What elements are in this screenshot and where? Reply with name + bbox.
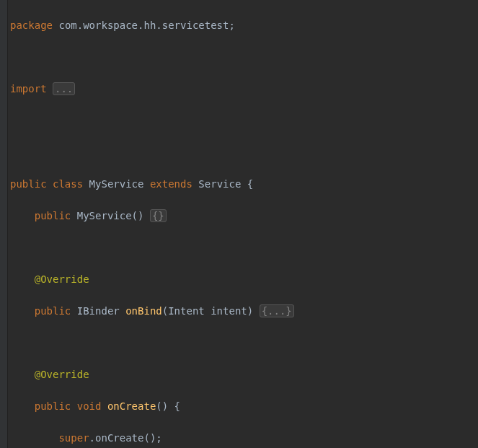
code-area[interactable]: package com.workspace.hh.servicetest; im… <box>0 0 478 448</box>
line-package: package com.workspace.hh.servicetest; <box>10 17 478 33</box>
blank-line <box>10 240 478 255</box>
keyword-void: void <box>77 400 102 412</box>
import-fold[interactable]: ... <box>53 82 75 95</box>
method-oncreate: onCreate <box>107 400 156 412</box>
semicolon: ; <box>229 19 234 31</box>
line-class-decl: public class MyService extends Service { <box>10 176 478 192</box>
ctor-name: MyService <box>77 210 132 221</box>
annotation-override: @Override <box>35 273 89 285</box>
package-name: com.workspace.hh.servicetest <box>58 19 229 31</box>
super-class: Service <box>198 178 241 190</box>
annotation-override: @Override <box>35 369 89 380</box>
keyword-public: public <box>10 178 47 190</box>
keyword-package: package <box>10 19 53 31</box>
line-oncreate-super: super.onCreate(); <box>10 430 478 446</box>
oncreate-parens: () { <box>156 400 180 412</box>
blank-line <box>10 113 478 128</box>
code-editor[interactable]: package com.workspace.hh.servicetest; im… <box>0 0 478 448</box>
method-onbind: onBind <box>125 305 162 317</box>
keyword-public: public <box>35 305 71 317</box>
gutter <box>0 0 8 448</box>
ctor-fold[interactable]: {} <box>150 209 167 222</box>
return-type: IBinder <box>77 305 120 317</box>
onbind-params: (Intent intent) <box>162 305 253 317</box>
line-import: import ... <box>10 81 478 97</box>
keyword-import: import <box>10 83 47 95</box>
line-ctor: public MyService() {} <box>10 208 478 224</box>
ctor-parens: () <box>132 210 144 221</box>
blank-line <box>10 49 478 65</box>
blank-line <box>10 335 478 351</box>
keyword-class: class <box>53 178 83 190</box>
brace: { <box>247 178 253 190</box>
keyword-super: super <box>58 432 89 444</box>
line-oncreate-decl: public void onCreate() { <box>10 398 478 414</box>
line-anno-onbind: @Override <box>10 271 478 287</box>
blank-line <box>10 144 478 160</box>
keyword-extends: extends <box>150 178 192 190</box>
super-oncreate-call: .onCreate(); <box>89 432 162 444</box>
keyword-public: public <box>35 210 71 221</box>
line-anno-oncreate: @Override <box>10 366 478 382</box>
onbind-fold[interactable]: {...} <box>260 304 294 317</box>
keyword-public: public <box>35 400 71 412</box>
class-name: MyService <box>89 178 144 190</box>
line-onbind: public IBinder onBind(Intent intent) {..… <box>10 303 478 319</box>
